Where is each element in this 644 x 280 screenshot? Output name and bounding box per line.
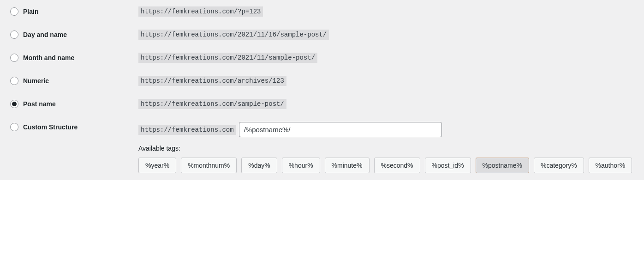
- radio-label-postname: Post name: [23, 100, 56, 108]
- permalink-example-cell: https://femkreations.com/?p=123: [138, 6, 644, 17]
- radio-numeric[interactable]: [10, 77, 18, 85]
- permalink-example-numeric: https://femkreations.com/archives/123: [138, 76, 286, 86]
- permalink-example-monthname: https://femkreations.com/2021/11/sample-…: [138, 53, 317, 63]
- permalink-example-cell: https://femkreations.com/sample-post/: [138, 99, 644, 109]
- custom-structure-input[interactable]: [239, 122, 442, 137]
- tag-year[interactable]: %year%: [138, 158, 176, 173]
- tag-minute[interactable]: %minute%: [325, 158, 370, 173]
- radio-dayname[interactable]: [10, 30, 18, 39]
- permalink-option-monthname[interactable]: Month and name: [10, 53, 138, 62]
- available-tags-container: %year% %monthnum% %day% %hour% %minute% …: [138, 158, 632, 173]
- permalink-custom-cell: https://femkreations.com Available tags:…: [138, 122, 644, 173]
- radio-label-custom: Custom Structure: [23, 123, 78, 131]
- radio-postname[interactable]: [10, 100, 18, 108]
- permalink-example-dayname: https://femkreations.com/2021/11/16/samp…: [138, 30, 329, 40]
- radio-label-plain: Plain: [23, 8, 38, 15]
- tag-postname[interactable]: %postname%: [476, 158, 529, 173]
- permalink-example-cell: https://femkreations.com/2021/11/sample-…: [138, 53, 644, 63]
- radio-label-numeric: Numeric: [23, 77, 49, 85]
- tag-post-id[interactable]: %post_id%: [425, 158, 471, 173]
- tag-category[interactable]: %category%: [534, 158, 584, 173]
- permalink-option-custom[interactable]: Custom Structure: [10, 122, 138, 131]
- tag-day[interactable]: %day%: [241, 158, 277, 173]
- radio-plain[interactable]: [10, 7, 18, 16]
- radio-label-monthname: Month and name: [23, 54, 74, 61]
- radio-monthname[interactable]: [10, 54, 18, 62]
- permalink-option-custom-row: Custom Structure https://femkreations.co…: [0, 116, 644, 180]
- permalink-option-numeric-row: Numeric https://femkreations.com/archive…: [0, 69, 644, 92]
- custom-structure-line: https://femkreations.com: [138, 122, 442, 137]
- permalink-option-plain-row: Plain https://femkreations.com/?p=123: [0, 0, 644, 23]
- custom-base-url: https://femkreations.com: [138, 125, 236, 135]
- tag-hour[interactable]: %hour%: [282, 158, 320, 173]
- permalink-example-cell: https://femkreations.com/archives/123: [138, 76, 644, 86]
- radio-custom[interactable]: [10, 123, 18, 131]
- permalink-option-numeric[interactable]: Numeric: [10, 76, 138, 85]
- radio-label-dayname: Day and name: [23, 31, 67, 38]
- permalink-example-cell: https://femkreations.com/2021/11/16/samp…: [138, 30, 644, 40]
- permalink-option-dayname[interactable]: Day and name: [10, 30, 138, 39]
- permalink-example-postname: https://femkreations.com/sample-post/: [138, 99, 286, 109]
- permalink-option-monthname-row: Month and name https://femkreations.com/…: [0, 46, 644, 69]
- permalink-option-dayname-row: Day and name https://femkreations.com/20…: [0, 23, 644, 46]
- permalink-option-postname-row: Post name https://femkreations.com/sampl…: [0, 92, 644, 116]
- permalink-option-plain[interactable]: Plain: [10, 6, 138, 16]
- permalink-settings-table: Plain https://femkreations.com/?p=123 Da…: [0, 0, 644, 180]
- tag-monthnum[interactable]: %monthnum%: [181, 158, 237, 173]
- available-tags-label: Available tags:: [138, 145, 180, 152]
- tag-author[interactable]: %author%: [589, 158, 632, 173]
- permalink-example-plain: https://femkreations.com/?p=123: [138, 6, 263, 17]
- tag-second[interactable]: %second%: [374, 158, 420, 173]
- permalink-option-postname[interactable]: Post name: [10, 99, 138, 108]
